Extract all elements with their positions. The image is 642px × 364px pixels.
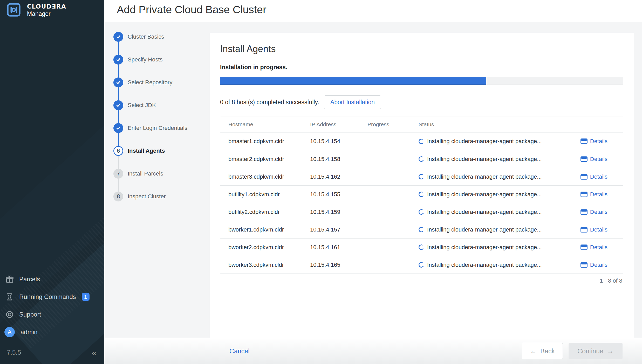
wizard-steps: Cluster Basics Specify Hosts Select Repo… [104, 22, 210, 338]
step-label: Install Agents [128, 148, 165, 154]
step-check-circle [113, 55, 123, 65]
step-check-circle [113, 32, 123, 42]
ip-address-cell: 10.15.4.161 [310, 244, 367, 251]
status-cell: Installing cloudera-manager-agent packag… [419, 262, 568, 268]
details-link[interactable]: Details [568, 138, 623, 145]
wizard-footer: Cancel ← Back Continue → [104, 338, 642, 364]
sidebar-item-admin[interactable]: Aadmin [0, 323, 104, 341]
table-row: butility2.cdpkvm.cldr 10.15.4.159 Instal… [220, 203, 623, 221]
column-header: Hostname [220, 121, 310, 128]
details-link[interactable]: Details [568, 262, 623, 268]
sidebar-item-label: Support [19, 311, 41, 318]
details-link[interactable]: Details [568, 156, 623, 163]
details-window-icon [580, 227, 588, 233]
wizard-step-select-jdk: Select JDK [113, 100, 156, 110]
collapse-sidebar-button[interactable]: « [92, 348, 97, 357]
table-row: bmaster1.cdpkvm.cldr 10.15.4.154 Install… [220, 132, 623, 150]
ip-address-cell: 10.15.4.154 [310, 138, 367, 145]
details-link[interactable]: Details [568, 173, 623, 180]
content-area: Cluster Basics Specify Hosts Select Repo… [104, 22, 642, 338]
hosts-summary-row: 0 of 8 host(s) completed successfully. A… [220, 95, 623, 109]
status-cell: Installing cloudera-manager-agent packag… [419, 173, 568, 180]
details-window-icon [580, 138, 588, 144]
cloudera-manager-logo-icon[interactable] [7, 3, 21, 17]
installation-status-text: Installation in progress. [220, 64, 623, 71]
main-column: Add Private Cloud Base Cluster Cluster B… [104, 0, 642, 364]
details-link[interactable]: Details [568, 244, 623, 251]
hostname-cell: butility2.cdpkvm.cldr [220, 209, 310, 215]
spinner-icon [418, 173, 425, 180]
sidebar-item-label: Parcels [19, 276, 40, 283]
status-cell: Installing cloudera-manager-agent packag… [419, 209, 568, 215]
avatar: A [4, 327, 15, 337]
step-label: Cluster Basics [128, 33, 164, 40]
sidebar-item-parcels[interactable]: Parcels [0, 270, 104, 288]
spinner-icon [418, 226, 425, 233]
step-label: Inspect Cluster [128, 193, 166, 200]
step-label: Select JDK [128, 102, 156, 109]
check-icon [115, 125, 121, 131]
sidebar-item-running-commands[interactable]: Running Commands1 [0, 288, 104, 306]
table-row: bworker2.cdpkvm.cldr 10.15.4.161 Install… [220, 238, 623, 256]
hostname-cell: bworker3.cdpkvm.cldr [220, 262, 310, 268]
brand-product: Manager [27, 10, 66, 17]
step-label: Select Repository [128, 79, 172, 86]
table-row: bmaster3.cdpkvm.cldr 10.15.4.162 Install… [220, 168, 623, 185]
brand: CLOUDƎRA Manager [7, 3, 66, 17]
details-window-icon [580, 209, 588, 215]
hosts-table: HostnameIP AddressProgressStatus bmaster… [220, 116, 623, 274]
step-check-circle [113, 78, 123, 87]
hostname-cell: bmaster2.cdpkvm.cldr [220, 156, 310, 163]
ip-address-cell: 10.15.4.158 [310, 156, 367, 163]
status-cell: Installing cloudera-manager-agent packag… [419, 191, 568, 198]
step-check-circle [113, 123, 123, 133]
details-window-icon [580, 244, 588, 250]
table-row: butility1.cdpkvm.cldr 10.15.4.155 Instal… [220, 185, 623, 203]
check-icon [115, 80, 121, 85]
sidebar-item-label: admin [21, 328, 37, 336]
spinner-icon [418, 209, 425, 215]
status-cell: Installing cloudera-manager-agent packag… [419, 244, 568, 251]
pagination-label: 1 - 8 of 8 [220, 277, 623, 284]
cancel-link[interactable]: Cancel [229, 347, 250, 355]
hostname-cell: bworker2.cdpkvm.cldr [220, 244, 310, 251]
step-number-circle: 6 [113, 146, 123, 156]
section-heading: Install Agents [220, 44, 623, 54]
steps-connector-done [118, 37, 119, 151]
sidebar-nav: ParcelsRunning Commands1SupportAadmin [0, 270, 104, 341]
table-row: bworker1.cdpkvm.cldr 10.15.4.157 Install… [220, 221, 623, 238]
spinner-icon [418, 262, 425, 268]
screen: CLOUDƎRA Manager ParcelsRunning Commands… [0, 0, 642, 364]
running-commands-badge: 1 [82, 293, 90, 301]
table-row: bworker3.cdpkvm.cldr 10.15.4.165 Install… [220, 256, 623, 274]
wizard-step-cluster-basics: Cluster Basics [113, 32, 164, 42]
continue-button[interactable]: Continue → [569, 343, 623, 359]
abort-installation-button[interactable]: Abort Installation [324, 95, 381, 109]
spinner-icon [418, 138, 425, 145]
details-link[interactable]: Details [568, 209, 623, 215]
version-label: 7.5.5 [7, 349, 21, 356]
details-link[interactable]: Details [568, 191, 623, 198]
details-link[interactable]: Details [568, 226, 623, 233]
wizard-step-inspect-cluster: 8 Inspect Cluster [113, 192, 166, 201]
table-header-row: HostnameIP AddressProgressStatus [220, 116, 623, 132]
hostname-cell: bworker1.cdpkvm.cldr [220, 226, 310, 233]
spinner-icon [418, 156, 425, 162]
status-cell: Installing cloudera-manager-agent packag… [419, 156, 568, 163]
step-check-circle [113, 100, 123, 110]
back-button[interactable]: ← Back [522, 343, 563, 359]
status-cell: Installing cloudera-manager-agent packag… [419, 138, 568, 145]
page-title: Add Private Cloud Base Cluster [104, 0, 642, 16]
install-agents-card: Install Agents Installation in progress.… [210, 33, 634, 338]
step-number-circle: 8 [113, 192, 123, 201]
details-window-icon [580, 192, 588, 197]
details-window-icon [580, 262, 588, 268]
hostname-cell: butility1.cdpkvm.cldr [220, 191, 310, 198]
status-cell: Installing cloudera-manager-agent packag… [419, 226, 568, 233]
sidebar-item-support[interactable]: Support [0, 306, 104, 323]
step-label: Enter Login Credentials [128, 125, 187, 131]
sidebar-footer: 7.5.5 « [0, 341, 104, 364]
hosts-summary-text: 0 of 8 host(s) completed successfully. [220, 99, 319, 106]
details-window-icon [580, 156, 588, 162]
life-ring-icon [6, 311, 13, 318]
